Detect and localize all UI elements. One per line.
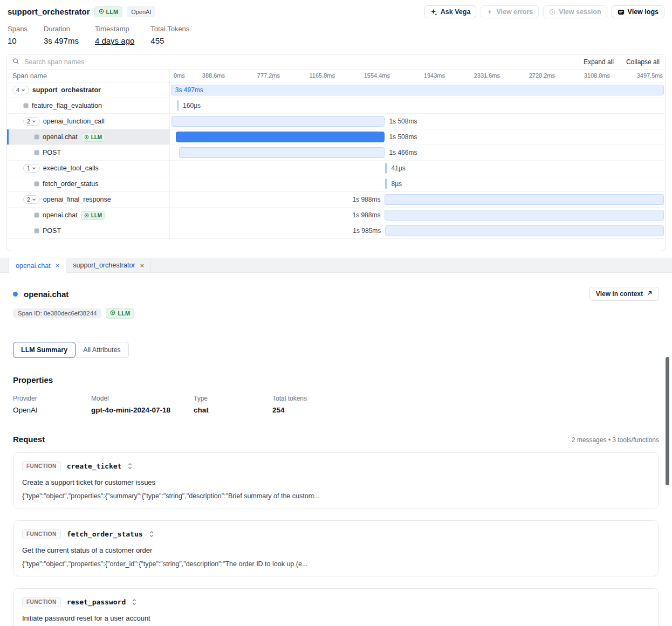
property-value: chat — [194, 406, 272, 414]
arrow-up-right-icon — [647, 290, 653, 298]
child-count: 1 — [27, 165, 30, 171]
span-id-badge: Span ID: 0e380dec6ef38244 — [13, 308, 101, 318]
span-tree-cell[interactable]: 1execute_tool_calls — [7, 161, 170, 176]
span-row[interactable]: POST1s 985ms — [7, 223, 665, 239]
function-name: reset_password — [67, 598, 126, 606]
tab-support-orchestrator[interactable]: support_orchestrator× — [66, 258, 151, 272]
duration-label: 1s 985ms — [353, 223, 381, 239]
span-tree-cell[interactable]: 2openai_function_call — [7, 114, 170, 129]
span-row[interactable]: 2openai_function_call1s 508ms — [7, 114, 665, 129]
trace-toolbar: Expand all Collapse all — [7, 54, 665, 70]
stat-value[interactable]: 4 days ago — [95, 36, 134, 45]
property-label: Type — [194, 395, 272, 402]
span-tree-cell[interactable]: 2openai_final_response — [7, 192, 170, 207]
tab-llm-summary[interactable]: LLM Summary — [13, 342, 76, 358]
span-row[interactable]: openai.chatLLM1s 508ms — [7, 129, 665, 145]
function-schema: {"type":"object","properties":{"summary"… — [22, 492, 650, 500]
stat-value: 3s 497ms — [44, 36, 79, 45]
duration-bar[interactable] — [172, 116, 385, 127]
span-timeline-cell: 1s 988ms — [170, 208, 665, 223]
view-logs-button[interactable]: View logs — [612, 5, 664, 18]
span-name: POST — [43, 149, 61, 156]
duration-bar[interactable] — [385, 194, 664, 205]
property-label: Model — [91, 395, 194, 402]
span-row[interactable]: openai.chatLLM1s 988ms — [7, 208, 665, 223]
view-errors-button[interactable]: View errors — [481, 5, 539, 18]
tab-all-attributes[interactable]: All Attributes — [76, 342, 128, 358]
span-type-icon — [34, 150, 39, 155]
child-count-toggle[interactable]: 1 — [23, 164, 40, 173]
duration-label: 41µs — [392, 161, 406, 176]
expand-collapse-icon[interactable] — [132, 599, 137, 606]
row-llm-badge-label: LLM — [91, 212, 102, 219]
duration-bar[interactable] — [385, 225, 664, 236]
llm-mini-icon — [84, 135, 89, 140]
span-column-header: Span name — [7, 70, 170, 82]
span-row[interactable]: feature_flag_evaluation160µs — [7, 98, 665, 114]
view-logs-button-label: View logs — [628, 8, 659, 16]
close-icon[interactable]: × — [140, 262, 145, 269]
duration-bar[interactable] — [385, 210, 664, 221]
child-count-toggle[interactable]: 2 — [23, 195, 40, 204]
property-total-tokens: Total tokens254 — [272, 395, 359, 414]
child-count: 4 — [16, 87, 19, 93]
span-timeline-cell: 1s 508ms — [170, 129, 665, 145]
span-row[interactable]: POST1s 466ms — [7, 145, 665, 161]
function-description: Create a support ticket for customer iss… — [22, 478, 650, 486]
span-tree-cell[interactable]: 4support_orchestrator — [7, 82, 170, 98]
expand-all-button[interactable]: Expand all — [584, 58, 614, 66]
duration-bar[interactable] — [176, 132, 385, 142]
span-tree-cell[interactable]: fetch_order_status — [7, 176, 170, 191]
span-type-icon — [34, 228, 39, 233]
span-tree-cell[interactable]: openai.chatLLM — [7, 208, 170, 223]
scrollbar[interactable] — [666, 357, 669, 485]
llm-badge-icon — [110, 309, 115, 317]
axis-tick: 2331.6ms — [474, 72, 500, 79]
span-name: feature_flag_evaluation — [32, 102, 102, 109]
child-count-toggle[interactable]: 2 — [23, 117, 40, 126]
span-timeline-cell: 3s 497ms — [170, 82, 665, 98]
search-input[interactable] — [23, 58, 571, 66]
view-in-context-button[interactable]: View in context — [589, 287, 659, 301]
duration-label: 1s 988ms — [352, 208, 380, 223]
span-row[interactable]: 4support_orchestrator3s 497ms — [7, 82, 665, 98]
ask-vega-button[interactable]: Ask Vega — [424, 5, 477, 18]
tab-openai-chat[interactable]: openai.chat× — [9, 258, 66, 273]
span-name: openai.chat — [43, 133, 78, 141]
page-title: support_orchestrator — [8, 7, 90, 16]
expand-collapse-icon[interactable] — [127, 463, 133, 470]
span-tree-cell[interactable]: openai.chatLLM — [7, 129, 170, 145]
duration-bar[interactable] — [179, 147, 385, 158]
expand-collapse-icon[interactable] — [149, 531, 154, 538]
property-value: 254 — [272, 406, 359, 414]
axis-tick: 388.6ms — [202, 72, 225, 79]
tab-strip: openai.chat×support_orchestrator× — [0, 258, 672, 273]
span-tree-cell[interactable]: POST — [7, 223, 170, 238]
close-icon[interactable]: × — [56, 262, 60, 269]
axis-tick: 2720.2ms — [529, 72, 555, 79]
span-timeline-cell: 41µs — [170, 161, 665, 176]
duration-bar[interactable] — [171, 85, 664, 95]
duration-bar[interactable] — [177, 100, 179, 111]
axis-tick: 1165.8ms — [309, 72, 335, 79]
span-row[interactable]: 2openai_final_response1s 988ms — [7, 192, 665, 208]
duration-bar[interactable] — [385, 178, 387, 189]
duration-label: 3s 497ms — [175, 82, 203, 98]
stat-label: Total Tokens — [150, 25, 189, 33]
header-actions: Ask VegaView errorsView sessionView logs — [424, 5, 664, 18]
view-session-button[interactable]: View session — [543, 5, 607, 18]
child-count-toggle[interactable]: 4 — [12, 86, 29, 94]
property-label: Provider — [13, 395, 91, 402]
span-type-icon — [34, 212, 39, 218]
function-tag: FUNCTION — [22, 597, 61, 607]
duration-bar[interactable] — [385, 163, 387, 174]
span-tree-cell[interactable]: feature_flag_evaluation — [7, 98, 170, 113]
span-name: openai.chat — [43, 211, 78, 219]
span-tree-cell[interactable]: POST — [7, 145, 170, 160]
span-row[interactable]: fetch_order_status8µs — [7, 176, 665, 192]
duration-label: 1s 466ms — [389, 145, 417, 161]
collapse-all-button[interactable]: Collapse all — [626, 58, 660, 66]
span-row[interactable]: 1execute_tool_calls41µs — [7, 161, 665, 176]
function-card: FUNCTIONreset_passwordInitiate password … — [13, 588, 659, 626]
llm-badge-icon — [99, 8, 104, 16]
